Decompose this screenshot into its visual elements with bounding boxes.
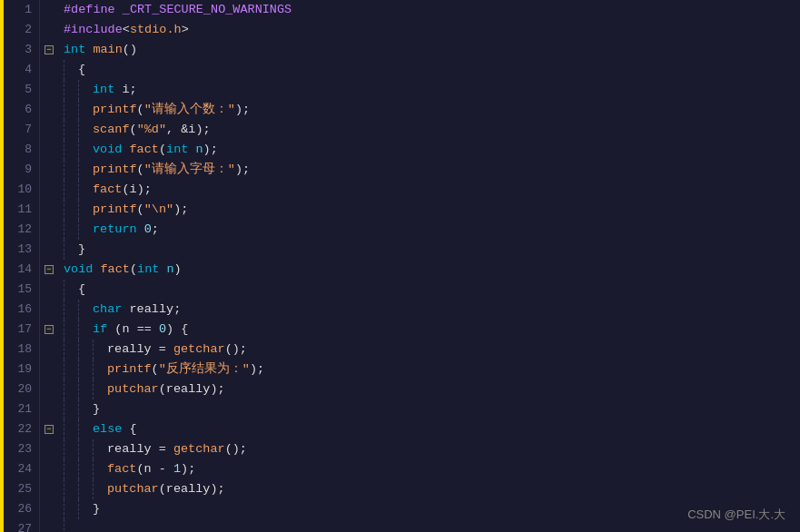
fold-cell[interactable]: − (40, 40, 60, 60)
line-number: 4 (4, 60, 39, 80)
token-punc: ( (152, 362, 159, 376)
token-str: "请输入个数：" (144, 103, 235, 116)
line-number: 11 (4, 200, 39, 220)
token-punc: } (93, 402, 100, 416)
watermark: CSDN @PEI.大.大 (687, 507, 785, 523)
token-var: really (166, 382, 211, 396)
token-op: = (159, 342, 173, 356)
token-kw: void (64, 262, 101, 276)
token-punc: ( (136, 462, 143, 476)
token-kw: int (93, 83, 122, 96)
token-punc: ); (137, 182, 152, 196)
token-kw: return (93, 222, 144, 236)
fold-cell[interactable]: − (40, 419, 60, 439)
fold-box[interactable]: − (44, 325, 54, 334)
token-punc: ) { (166, 322, 188, 336)
token-fn: putchar (107, 382, 159, 396)
token-punc: ; (152, 222, 159, 236)
fold-cell[interactable]: − (40, 320, 60, 340)
fold-cell (40, 120, 60, 140)
fold-cell (40, 519, 60, 532)
token-var: i (122, 83, 129, 96)
token-punc: ); (235, 103, 250, 116)
line-number: 14 (4, 260, 39, 280)
token-kw: int (137, 262, 166, 276)
fold-cell (40, 180, 60, 200)
token-punc: ( (159, 143, 166, 156)
token-kw: void (93, 143, 130, 156)
token-fn: printf (107, 362, 152, 376)
token-kw: char (93, 302, 130, 316)
fold-gutter[interactable]: −−−− (40, 0, 60, 532)
line-number: 10 (4, 180, 39, 200)
token-punc: (); (225, 442, 247, 456)
fold-cell[interactable]: − (40, 260, 60, 280)
token-punc: ( (137, 103, 144, 116)
fold-cell (40, 240, 60, 260)
fold-cell (40, 280, 60, 300)
code-line: { (64, 280, 800, 300)
line-number: 21 (4, 399, 39, 419)
code-line: putchar(really); (64, 379, 800, 399)
token-punc: ); (173, 202, 188, 216)
token-var: really (130, 302, 174, 316)
token-var: i (130, 182, 137, 196)
line-number: 6 (4, 100, 39, 120)
token-fn: getchar (173, 442, 225, 456)
line-number: 1 (4, 0, 39, 20)
fold-cell (40, 100, 60, 120)
token-macro-name: _CRT_SECURE_NO_WARNINGS (123, 3, 291, 16)
line-number: 23 (4, 439, 39, 459)
code-line: } (64, 399, 800, 419)
fold-cell (40, 0, 60, 20)
token-op: == (137, 322, 159, 336)
fold-cell (40, 140, 60, 160)
code-line: } (64, 240, 800, 260)
token-var: really (107, 442, 159, 456)
token-punc: { (130, 422, 137, 436)
token-punc: } (78, 242, 85, 256)
line-numbers: 1234567891011121314151617181920212223242… (4, 0, 40, 532)
line-number: 7 (4, 120, 39, 140)
line-number: 15 (4, 280, 39, 300)
line-number: 16 (4, 300, 39, 320)
fold-cell (40, 220, 60, 240)
code-line: putchar(really); (64, 479, 800, 499)
code-line: printf("\n"); (64, 200, 800, 220)
fold-box[interactable]: − (44, 265, 54, 274)
token-punc: ) (174, 262, 182, 276)
fold-box[interactable]: − (44, 45, 54, 54)
token-punc: } (93, 502, 100, 516)
token-punc: ); (195, 123, 210, 136)
line-number: 9 (4, 160, 39, 180)
line-number: 18 (4, 340, 39, 360)
code-line: int i; (64, 80, 800, 100)
code-line: int main() (64, 40, 800, 60)
editor: 1234567891011121314151617181920212223242… (0, 0, 800, 532)
token-punc: (); (225, 342, 247, 356)
token-fn: putchar (107, 482, 159, 496)
token-str: "%d" (137, 123, 166, 136)
token-punc: ); (250, 362, 264, 376)
token-punc: ); (203, 143, 218, 156)
fold-box[interactable]: − (44, 425, 54, 434)
token-param: n (195, 143, 202, 156)
token-fn: printf (93, 163, 137, 176)
line-number: 12 (4, 220, 39, 240)
token-include-bracket: > (182, 23, 189, 36)
line-number: 25 (4, 479, 39, 499)
line-number: 8 (4, 140, 39, 160)
token-kw: int (64, 43, 93, 56)
code-line: fact(i); (64, 180, 800, 200)
line-number: 13 (4, 240, 39, 260)
token-str: "反序结果为：" (159, 362, 250, 376)
token-op: = (159, 442, 173, 456)
token-punc: ); (235, 163, 250, 176)
code-line: char really; (64, 300, 800, 320)
line-number: 24 (4, 459, 39, 479)
fold-cell (40, 439, 60, 459)
token-punc: ( (130, 123, 137, 136)
token-kw: int (166, 143, 195, 156)
fold-cell (40, 200, 60, 220)
fold-cell (40, 379, 60, 399)
